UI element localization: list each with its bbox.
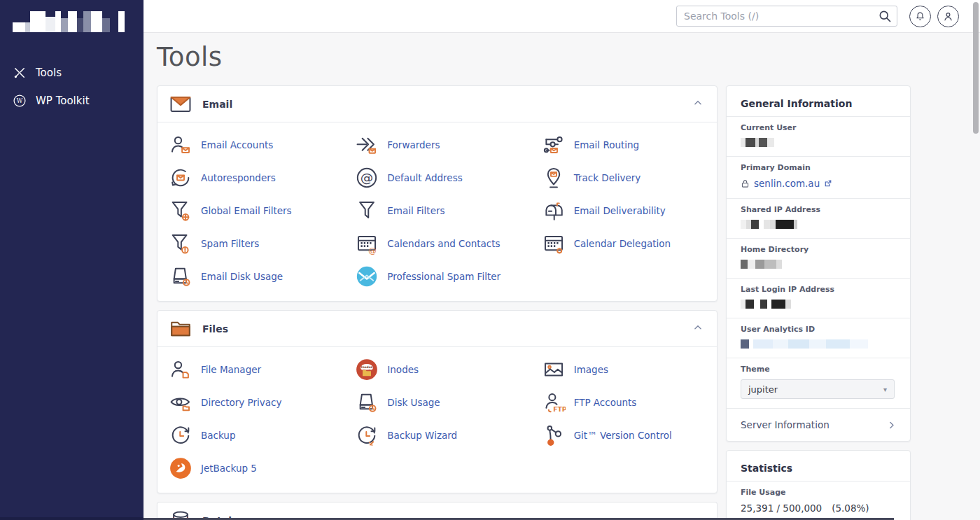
svg-text:@: @ <box>360 170 373 185</box>
tool-item-spam-filters[interactable]: Spam Filters <box>158 227 344 260</box>
main-area: Tools Email <box>144 0 980 520</box>
jetbackup-icon <box>169 456 192 480</box>
sidebar-item-label: Tools <box>36 66 62 79</box>
tool-item-email-routing[interactable]: Email Routing <box>531 128 717 161</box>
tool-item-email-accounts[interactable]: Email Accounts <box>158 128 344 161</box>
tool-item-calendar-delegation[interactable]: Calendar Delegation <box>531 227 717 260</box>
backup-icon <box>169 423 192 447</box>
email-filters-icon <box>355 199 379 223</box>
svg-text:W: W <box>17 97 23 104</box>
git-icon <box>542 423 566 447</box>
general-information-panel: General Information Current User Primary… <box>726 85 911 442</box>
page-scrollbar[interactable] <box>973 0 979 520</box>
tool-item-track-delivery[interactable]: Track Delivery <box>531 161 717 194</box>
statistics-title: Statistics <box>727 451 910 481</box>
tool-item-professional-spam-filter[interactable]: Professional Spam Filter <box>344 260 530 293</box>
topbar <box>144 0 980 33</box>
email-deliverability-icon <box>542 199 566 223</box>
tool-item-git-version-control[interactable]: Git™ Version Control <box>531 419 717 451</box>
tool-item-global-email-filters[interactable]: Global Email Filters <box>158 194 344 227</box>
chevron-right-icon <box>887 421 896 430</box>
search-input[interactable] <box>676 6 897 27</box>
tool-item-disk-usage[interactable]: Disk Usage <box>344 386 530 419</box>
user-analytics-redacted <box>741 339 896 349</box>
search-icon[interactable] <box>878 9 892 23</box>
email-routing-icon <box>542 133 566 157</box>
external-link-icon <box>824 179 832 188</box>
tool-item-jetbackup-5[interactable]: JetBackup 5 <box>158 451 344 484</box>
tool-item-calendars-and-contacts[interactable]: @ Calendars and Contacts <box>344 227 530 260</box>
site-logo-redacted <box>13 10 125 32</box>
professional-spam-filter-icon <box>355 265 379 288</box>
email-disk-usage-icon <box>169 265 192 288</box>
user-icon <box>942 10 954 22</box>
primary-domain-link[interactable]: senlin.com.au <box>741 178 896 189</box>
sidebar-item-tools[interactable]: Tools <box>0 59 144 87</box>
chevron-up-icon <box>693 323 703 332</box>
tool-item-email-deliverability[interactable]: Email Deliverability <box>531 194 717 227</box>
tool-item-forwarders[interactable]: Forwarders <box>344 128 530 161</box>
tool-item-default-address[interactable]: @ Default Address <box>344 161 530 194</box>
directory-privacy-icon <box>169 391 192 414</box>
current-user-row: Current User <box>727 116 910 156</box>
general-information-title: General Information <box>727 86 910 116</box>
section-title: Email <box>202 99 690 110</box>
lock-icon <box>741 179 750 188</box>
notifications-button[interactable] <box>909 6 931 27</box>
current-user-redacted <box>741 138 896 147</box>
email-section-icon <box>169 92 192 116</box>
primary-domain-row: Primary Domain senlin.com.au <box>727 156 910 198</box>
email-collapse-button[interactable] <box>690 95 706 113</box>
page-title: Tools <box>157 42 980 72</box>
last-login-redacted <box>741 300 896 309</box>
info-column: General Information Current User Primary… <box>726 85 911 520</box>
sidebar-item-label: WP Toolkit <box>36 94 90 107</box>
svg-text:@: @ <box>368 246 376 255</box>
theme-selected-value: jupiter <box>748 384 778 395</box>
file-manager-icon <box>169 358 192 381</box>
server-information-link[interactable]: Server Information <box>727 408 910 441</box>
backup-wizard-icon <box>355 423 379 447</box>
scrollbar-thumb[interactable] <box>973 2 979 134</box>
images-icon <box>542 358 566 381</box>
home-directory-redacted <box>741 260 896 269</box>
sidebar: Tools W WP Toolkit <box>0 0 144 520</box>
ftp-accounts-icon: FTP <box>542 391 566 414</box>
track-delivery-icon <box>542 166 566 190</box>
spam-filters-icon <box>169 232 192 255</box>
calendar-delegation-icon <box>542 232 566 255</box>
tool-item-inodes[interactable]: Inodes Inodes <box>344 353 530 386</box>
tool-item-ftp-accounts[interactable]: FTP FTP Accounts <box>531 386 717 419</box>
disk-usage-icon <box>355 391 379 414</box>
files-collapse-button[interactable] <box>690 320 706 337</box>
tool-item-backup-wizard[interactable]: Backup Wizard <box>344 419 530 451</box>
tool-item-directory-privacy[interactable]: Directory Privacy <box>158 386 344 419</box>
email-tools-grid: Email Accounts Forwarders <box>158 122 717 301</box>
svg-text:FTP: FTP <box>553 405 566 413</box>
tools-icon <box>13 66 27 80</box>
tool-item-autoresponders[interactable]: Autoresponders <box>158 161 344 194</box>
content: Tools Email <box>144 33 980 520</box>
user-menu-button[interactable] <box>937 6 959 27</box>
files-panel: Files <box>157 310 718 493</box>
last-login-row: Last Login IP Address <box>727 278 910 318</box>
tool-item-email-filters[interactable]: Email Filters <box>344 194 530 227</box>
tool-item-images[interactable]: Images <box>531 353 717 386</box>
tool-item-email-disk-usage[interactable]: Email Disk Usage <box>158 260 344 293</box>
theme-row: Theme jupiter ▾ <box>727 358 910 408</box>
files-section-icon <box>169 317 192 341</box>
sidebar-bottom-edge <box>0 517 144 520</box>
home-directory-row: Home Directory <box>727 238 910 278</box>
file-usage-row: File Usage 25,391 / 500,000(5.08%) <box>727 481 910 520</box>
theme-select[interactable]: jupiter ▾ <box>741 379 895 399</box>
file-usage-value: 25,391 / 500,000(5.08%) <box>741 503 896 514</box>
statistics-panel: Statistics File Usage 25,391 / 500,000(5… <box>726 450 911 520</box>
bell-icon <box>914 10 926 22</box>
sidebar-item-wp-toolkit[interactable]: W WP Toolkit <box>0 87 144 115</box>
default-address-icon: @ <box>355 166 379 190</box>
email-panel: Email <box>157 85 718 302</box>
files-tools-grid: File Manager Inodes <box>158 347 717 493</box>
tool-item-file-manager[interactable]: File Manager <box>158 353 344 386</box>
tool-item-backup[interactable]: Backup <box>158 419 344 451</box>
wordpress-icon: W <box>13 94 27 108</box>
